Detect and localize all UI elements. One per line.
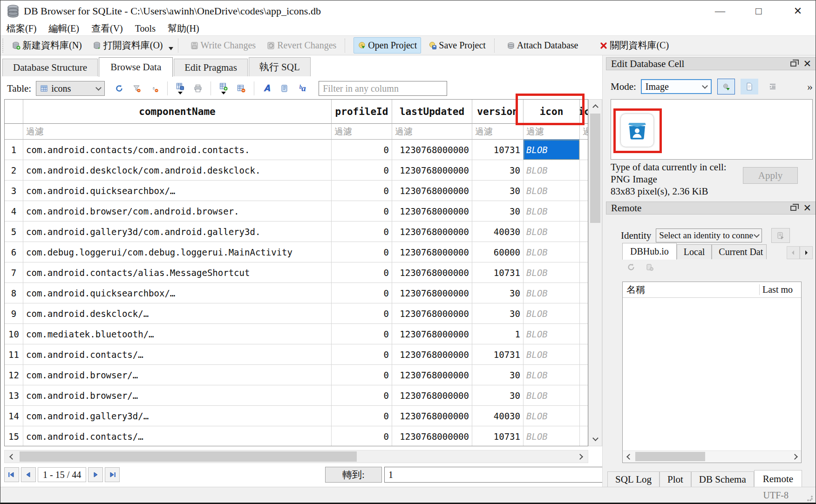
tab-local[interactable]: Local xyxy=(677,244,712,259)
cell-icon-blob[interactable]: BLOB xyxy=(524,201,580,222)
open-project-button[interactable]: Open Project xyxy=(354,37,421,54)
table-row[interactable]: 7com.android.contacts/alias.MessageShort… xyxy=(5,262,588,283)
cell-componentName[interactable]: com.android.contacts/com.android.contact… xyxy=(23,140,332,160)
scroll-right-icon[interactable] xyxy=(790,451,801,462)
insert-record-dropdown-icon[interactable] xyxy=(221,92,226,94)
cell-icon-blob[interactable]: BLOB xyxy=(524,242,580,262)
menu-tools[interactable]: Tools xyxy=(129,23,162,34)
table-row[interactable]: 4com.android.browser/com.android.browser… xyxy=(5,201,588,222)
cell-profileId[interactable]: 0 xyxy=(332,426,392,446)
more-tools-icon[interactable]: » xyxy=(807,81,813,93)
column-header-profileId[interactable]: profileId xyxy=(332,100,392,124)
cell-version[interactable]: 40030 xyxy=(472,406,524,426)
write-changes-button[interactable]: Write Changes xyxy=(187,38,260,53)
close-button[interactable]: ✕ xyxy=(790,4,806,18)
scroll-left-icon[interactable] xyxy=(5,450,17,463)
row-number[interactable]: 10 xyxy=(5,324,23,344)
row-number[interactable]: 4 xyxy=(5,201,23,222)
tab-current-database[interactable]: Current Dat xyxy=(712,244,767,259)
cell-profileId[interactable]: 0 xyxy=(332,283,392,303)
attach-database-button[interactable]: Attach Database xyxy=(503,38,582,53)
tab-scroll-right-icon[interactable] xyxy=(800,246,813,259)
float-dock-icon[interactable] xyxy=(790,206,796,211)
apply-button[interactable]: Apply xyxy=(743,167,798,184)
previous-page-button[interactable] xyxy=(21,467,36,482)
column-header-ic[interactable]: ic xyxy=(580,100,588,124)
clear-filters-button[interactable] xyxy=(131,81,143,95)
vertical-scroll-thumb[interactable] xyxy=(590,114,600,223)
cell-icon-blob[interactable]: BLOB xyxy=(524,283,580,303)
cell-version[interactable]: 10731 xyxy=(472,426,524,446)
tab-database-structure[interactable]: Database Structure xyxy=(2,59,98,76)
next-page-button[interactable] xyxy=(88,467,103,482)
tab-execute-sql[interactable]: 執行 SQL xyxy=(249,57,311,76)
cell-lastUpdated[interactable]: 1230768000000 xyxy=(392,262,472,283)
remote-database-list[interactable]: 名稱 Last mo xyxy=(622,282,802,463)
remote-column-name[interactable]: 名稱 xyxy=(623,283,759,296)
row-number[interactable]: 11 xyxy=(5,344,23,365)
cell-icon-blob[interactable]: BLOB xyxy=(524,181,580,201)
cell-version[interactable]: 30 xyxy=(472,181,524,201)
cell-lastUpdated[interactable]: 1230768000000 xyxy=(392,242,472,262)
cell-icon-blob[interactable]: BLOB xyxy=(524,324,580,344)
cell-icon-blob[interactable]: BLOB xyxy=(524,385,580,406)
cell-componentName[interactable]: com.android.browser/com.android.browser. xyxy=(23,201,332,222)
menu-file[interactable]: 檔案(F) xyxy=(0,22,42,35)
cell-lastUpdated[interactable]: 1230768000000 xyxy=(392,222,472,242)
cell-componentName[interactable]: com.android.quicksearchbox/… xyxy=(23,181,332,201)
goto-record-input[interactable] xyxy=(384,467,606,483)
clear-sorting-button[interactable] xyxy=(149,81,161,95)
tab-browse-data[interactable]: Browse Data xyxy=(99,57,173,77)
cell-version[interactable]: 30 xyxy=(472,385,524,406)
tab-edit-pragmas[interactable]: Edit Pragmas xyxy=(174,59,248,76)
json-view-button[interactable] xyxy=(764,79,782,94)
row-number[interactable]: 1 xyxy=(5,140,23,160)
cell-profileId[interactable]: 0 xyxy=(332,201,392,222)
cell-componentName[interactable]: com.android.gallery3d/… xyxy=(23,406,332,426)
remote-refresh-icon[interactable] xyxy=(627,263,635,271)
cell-icon-blob[interactable]: BLOB xyxy=(524,406,580,426)
cell-componentName[interactable]: com.mediatek.bluetooth/… xyxy=(23,324,332,344)
cell-componentName[interactable]: com.android.gallery3d/com.android.galler… xyxy=(23,222,332,242)
remote-clone-database-icon[interactable] xyxy=(646,263,654,271)
tab-sql-log[interactable]: SQL Log xyxy=(607,471,660,487)
close-database-button[interactable]: 關閉資料庫(C) xyxy=(596,37,673,54)
cell-version[interactable]: 1 xyxy=(472,324,524,344)
goto-button[interactable]: 轉到: xyxy=(325,467,382,483)
horizontal-scroll-thumb[interactable] xyxy=(20,451,357,462)
cell-lastUpdated[interactable]: 1230768000000 xyxy=(392,160,472,181)
row-number[interactable]: 15 xyxy=(5,426,23,446)
scroll-up-icon[interactable] xyxy=(589,100,601,112)
cell-lastUpdated[interactable]: 1230768000000 xyxy=(392,324,472,344)
cell-profileId[interactable]: 0 xyxy=(332,385,392,406)
cell-lastUpdated[interactable]: 1230768000000 xyxy=(392,201,472,222)
table-row[interactable]: 8com.android.quicksearchbox/…01230768000… xyxy=(5,283,588,303)
table-row[interactable]: 10com.mediatek.bluetooth/…01230768000000… xyxy=(5,324,588,344)
tab-scroll-left-icon[interactable] xyxy=(787,246,800,259)
tab-plot[interactable]: Plot xyxy=(660,471,691,487)
cell-componentName[interactable]: com.debug.loggerui/com.debug.loggerui.Ma… xyxy=(23,242,332,262)
scroll-down-icon[interactable] xyxy=(589,433,601,445)
close-dock-icon[interactable]: ✕ xyxy=(803,203,811,213)
cell-icon-blob[interactable]: BLOB xyxy=(524,140,580,160)
filter-input-ic[interactable]: 過濾 xyxy=(580,124,588,140)
table-row[interactable]: 11com.android.contacts/…0123076800000010… xyxy=(5,344,588,365)
cell-version[interactable]: 30 xyxy=(472,303,524,324)
cell-icon-blob[interactable]: BLOB xyxy=(524,303,580,324)
cell-profileId[interactable]: 0 xyxy=(332,181,392,201)
cell-componentName[interactable]: com.android.deskclock/com.android.deskcl… xyxy=(23,160,332,181)
cell-lastUpdated[interactable]: 1230768000000 xyxy=(392,140,472,160)
table-row[interactable]: 1com.android.contacts/com.android.contac… xyxy=(5,140,588,160)
font-size-button[interactable]: ᵇa xyxy=(296,81,308,95)
remote-list-scrollbar[interactable] xyxy=(623,450,801,463)
cell-lastUpdated[interactable]: 1230768000000 xyxy=(392,303,472,324)
open-database-button[interactable]: 打開資料庫(O) xyxy=(89,37,167,54)
cell-version[interactable]: 10731 xyxy=(472,262,524,283)
cell-componentName[interactable]: com.android.browser/… xyxy=(23,385,332,406)
cell-profileId[interactable]: 0 xyxy=(332,262,392,283)
grid-vertical-scrollbar[interactable] xyxy=(588,99,602,446)
identity-select[interactable]: Select an identity to conne xyxy=(656,228,762,242)
print-button[interactable] xyxy=(192,81,204,95)
word-wrap-button[interactable] xyxy=(279,81,291,95)
new-database-button[interactable]: 新建資料庫(N) xyxy=(8,37,86,54)
